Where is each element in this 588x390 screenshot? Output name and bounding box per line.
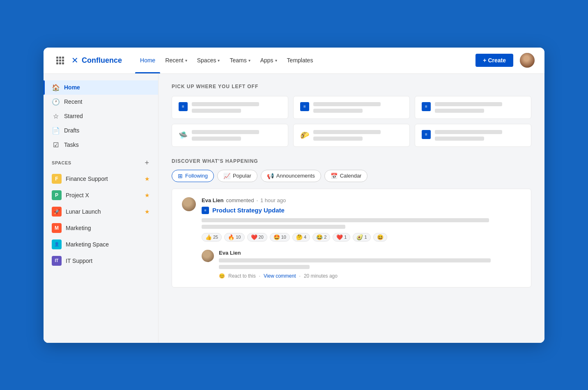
activity-action: commented: [226, 197, 254, 203]
space-name: IT Support: [66, 258, 150, 264]
sidebar-item-drafts[interactable]: 📄 Drafts: [44, 123, 158, 138]
following-icon: ⊞: [178, 173, 183, 179]
space-item-finance-support[interactable]: F Finance Support ★: [44, 171, 158, 187]
discover-tabs: ⊞ Following 📈 Popular 📢 Announcements 📅 …: [172, 170, 531, 182]
chevron-down-icon: ▾: [275, 58, 277, 63]
reaction-chip-laugh[interactable]: 😂 2: [312, 233, 330, 242]
announcements-icon: 📢: [267, 173, 274, 179]
card-title-skeleton: [192, 102, 259, 106]
comment-body: Eva Lien 😊 React to this · View comment …: [219, 250, 521, 279]
reactions-row: 👍 25 🔥 10 ❤️ 20: [202, 233, 521, 242]
pickup-section-title: PICK UP WHERE YOU LEFT OFF: [172, 84, 531, 89]
comment-username[interactable]: Eva Lien: [219, 250, 521, 256]
space-item-marketing-space[interactable]: 👤 Marketing Space: [44, 236, 158, 253]
satellite-icon: 🛸: [179, 131, 188, 140]
card-title-skeleton: [313, 130, 381, 134]
tab-calendar[interactable]: 📅 Calendar: [324, 170, 368, 182]
card-subtitle-skeleton: [192, 109, 241, 113]
avatar-image: [520, 53, 535, 68]
space-icon-it: IT: [52, 256, 62, 266]
taco-icon: 🌮: [300, 131, 309, 140]
comment-item: Eva Lien 😊 React to this · View comment …: [202, 248, 521, 279]
activity-dot: ·: [256, 197, 258, 203]
recent-card[interactable]: ≡: [415, 124, 531, 147]
card-title-skeleton: [435, 130, 502, 134]
logo-text: Confluence: [82, 56, 122, 65]
discover-section-title: DISCOVER WHAT'S HAPPENING: [172, 158, 531, 164]
recent-card[interactable]: ≡: [415, 96, 531, 119]
comment-user-avatar: [202, 250, 214, 262]
space-item-lunar-launch[interactable]: 🚀 Lunar Launch ★: [44, 203, 158, 220]
sidebar-item-tasks[interactable]: ☑ Tasks: [44, 138, 158, 152]
activity-item: Eva Lien commented · 1 hour ago ≡ Produc…: [182, 197, 521, 279]
activity-doc-link[interactable]: ≡ Product Strategy Update: [202, 207, 521, 214]
draft-icon: 📄: [52, 127, 60, 135]
nav-spaces[interactable]: Spaces ▾: [192, 48, 225, 73]
space-item-marketing[interactable]: M Marketing: [44, 220, 158, 236]
sidebar-item-home[interactable]: 🏠 Home: [44, 80, 158, 95]
space-icon-projectx: P: [52, 190, 62, 200]
reaction-chip-grin[interactable]: 😆: [373, 233, 387, 242]
card-subtitle-skeleton: [313, 137, 363, 141]
nav-templates[interactable]: Templates: [282, 48, 318, 73]
reaction-chip-fire[interactable]: 🔥 10: [224, 233, 244, 242]
document-icon: ≡: [179, 102, 188, 111]
card-title-skeleton: [313, 102, 381, 106]
nav-apps[interactable]: Apps ▾: [255, 48, 282, 73]
reaction-chip-heart2[interactable]: ❤️ 1: [333, 233, 350, 242]
space-item-project-x[interactable]: P Project X ★: [44, 187, 158, 203]
space-name: Marketing: [66, 225, 150, 231]
emoji-react-icon: 😊: [219, 273, 225, 279]
space-icon-marketing-space: 👤: [52, 239, 62, 249]
recent-card[interactable]: ≡: [293, 96, 410, 119]
recent-card[interactable]: 🛸: [172, 124, 288, 147]
star-filled-icon: ★: [145, 208, 150, 215]
add-space-button[interactable]: +: [144, 159, 150, 167]
reaction-chip-avocado[interactable]: 🥑 1: [353, 233, 370, 242]
reaction-chip-thinking[interactable]: 🤔 4: [292, 233, 310, 242]
doc-icon: ≡: [202, 207, 209, 214]
tab-following[interactable]: ⊞ Following: [172, 170, 214, 182]
space-icon-lunar: 🚀: [52, 207, 62, 217]
space-name: Marketing Space: [66, 241, 150, 248]
space-name: Lunar Launch: [66, 208, 140, 215]
recent-card[interactable]: ≡: [172, 96, 288, 119]
tab-popular[interactable]: 📈 Popular: [217, 170, 257, 182]
nav-teams[interactable]: Teams ▾: [225, 48, 255, 73]
reaction-chip-heart[interactable]: ❤️ 20: [247, 233, 267, 242]
tab-announcements[interactable]: 📢 Announcements: [261, 170, 321, 182]
view-comment-link[interactable]: View comment: [264, 273, 296, 279]
card-subtitle-skeleton: [192, 137, 241, 141]
recent-card[interactable]: 🌮: [293, 124, 410, 147]
comment-text-line: [219, 265, 310, 269]
activity-user-avatar: [182, 197, 196, 211]
chevron-down-icon: ▾: [248, 58, 250, 63]
logo[interactable]: ✕ Confluence: [71, 55, 122, 65]
space-item-it-support[interactable]: IT IT Support: [44, 253, 158, 269]
recent-cards-grid: ≡ ≡: [172, 96, 531, 147]
reaction-chip-thumbsup[interactable]: 👍 25: [202, 233, 222, 242]
tasks-icon: ☑: [52, 141, 60, 149]
sidebar-item-recent[interactable]: 🕐 Recent: [44, 95, 158, 109]
nav-home[interactable]: Home: [135, 48, 160, 73]
grid-menu-icon[interactable]: [53, 54, 67, 67]
home-icon: 🏠: [52, 84, 60, 91]
nav-recent[interactable]: Recent ▾: [160, 48, 192, 73]
document-icon: ≡: [300, 102, 309, 111]
activity-body: Eva Lien commented · 1 hour ago ≡ Produc…: [202, 197, 521, 279]
reaction-chip-starstruck[interactable]: 🤩 10: [270, 233, 290, 242]
star-filled-icon: ★: [145, 192, 150, 198]
main-content: PICK UP WHERE YOU LEFT OFF ≡ ≡: [158, 74, 544, 343]
create-button[interactable]: + Create: [475, 54, 513, 67]
card-title-skeleton: [435, 102, 502, 106]
card-subtitle-skeleton: [435, 137, 484, 141]
activity-username[interactable]: Eva Lien: [202, 197, 223, 203]
comment-timestamp: 20 minutes ago: [304, 273, 338, 279]
activity-meta: Eva Lien commented · 1 hour ago: [202, 197, 521, 203]
space-name: Finance Support: [66, 176, 140, 182]
chevron-down-icon: ▾: [185, 58, 187, 63]
top-navigation: ✕ Confluence Home Recent ▾ Spaces ▾ Team…: [44, 48, 544, 74]
user-avatar[interactable]: [520, 53, 535, 68]
sidebar-item-starred[interactable]: ☆ Starred: [44, 109, 158, 123]
space-name: Project X: [66, 192, 140, 198]
